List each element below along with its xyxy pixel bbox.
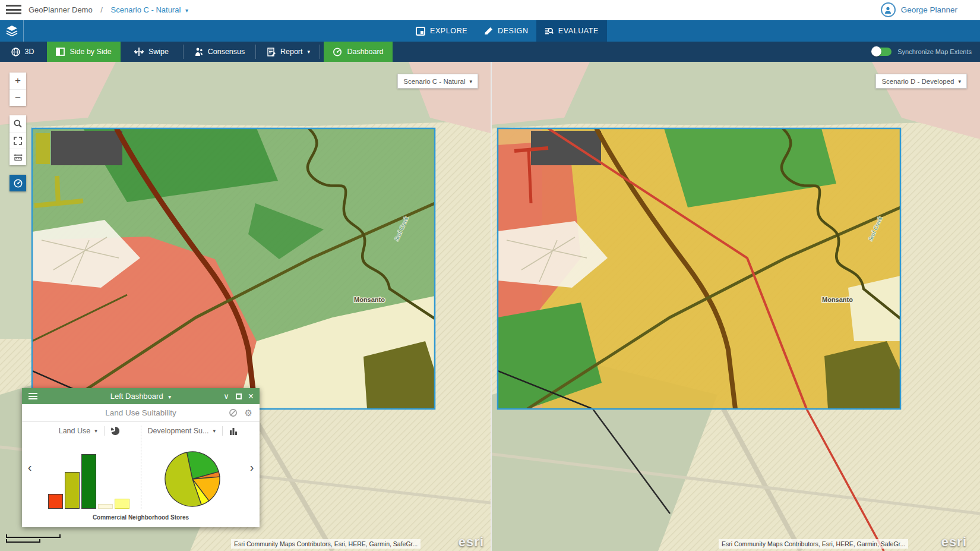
left-dashboard-panel: Left Dashboard ▾ ∨ × Land Use Suitabilit… [22, 388, 260, 527]
charts-row: ‹ Land Use ▾ De [22, 422, 260, 512]
tab-explore[interactable]: EXPLORE [407, 20, 476, 42]
charts-next-button[interactable]: › [244, 422, 260, 512]
tab-design-label: DESIGN [498, 27, 529, 35]
widget-title: Land Use Suitability [22, 408, 260, 417]
consensus-label: Consensus [208, 48, 245, 56]
right-map-pane[interactable]: Monsanto Seal Creek Scenario D - Develop… [492, 62, 980, 551]
toolbar-separator [183, 45, 184, 59]
gear-icon[interactable]: ⚙ [245, 408, 252, 417]
breadcrumb-app-name: GeoPlanner Demo [29, 5, 93, 14]
bar-segment [65, 472, 80, 509]
measure-button[interactable] [10, 149, 26, 165]
3d-button[interactable]: 3D [6, 42, 39, 62]
consensus-button[interactable]: Consensus [189, 42, 251, 62]
side-by-side-button[interactable]: Side by Side [47, 42, 121, 62]
development-suitability-pie-chart [163, 449, 222, 509]
user-avatar-icon [881, 2, 896, 17]
gauge-icon [333, 48, 342, 56]
bar-segment [115, 499, 129, 509]
collapse-icon[interactable]: ∨ [223, 392, 229, 400]
explore-icon [416, 27, 425, 36]
charts-divider [141, 426, 141, 509]
zoom-control: + − [10, 73, 26, 106]
esri-logo: esri [941, 534, 967, 550]
right-scenario-value: Scenario D - Developed [881, 78, 954, 85]
selector-caret-icon[interactable]: ▾ [94, 428, 97, 434]
expand-arrows-icon [14, 137, 22, 145]
toggle-knob [871, 46, 881, 56]
toolbar-separator [255, 45, 256, 59]
sync-extents-toggle[interactable] [872, 48, 892, 56]
close-icon[interactable]: × [248, 392, 254, 401]
report-label: Report [280, 48, 303, 56]
pencil-icon [483, 27, 493, 36]
map-tools [10, 115, 26, 165]
place-label: Monsanto [354, 296, 385, 303]
breadcrumb-scenario-link[interactable]: Scenario C - Natural [111, 5, 181, 14]
evaluate-icon [545, 26, 554, 36]
layers-button[interactable] [0, 20, 24, 42]
breadcrumb-separator: / [100, 5, 103, 14]
side-by-side-label: Side by Side [69, 48, 111, 56]
left-scenario-value: Scenario C - Natural [403, 78, 465, 85]
chart-type-selector[interactable]: Development Su... [148, 427, 209, 435]
land-use-chart-block: Land Use ▾ [37, 422, 141, 512]
tab-evaluate[interactable]: EVALUATE [536, 18, 607, 42]
bar-segment [81, 454, 96, 509]
dashboard-menu-icon[interactable] [29, 392, 37, 401]
left-map-attribution: Esri Community Maps Contributors, Esri, … [231, 539, 421, 549]
left-map-pane[interactable]: Monsanto Seal Creek Scenario C - Natural… [0, 62, 491, 551]
layers-icon [6, 26, 18, 36]
search-button[interactable] [10, 115, 26, 132]
selector-caret-icon: ▾ [469, 78, 472, 84]
selector-caret-icon: ▾ [958, 78, 961, 84]
user-menu[interactable]: George Planner [881, 2, 957, 17]
bar-segment [48, 494, 63, 509]
right-map-canvas[interactable]: Monsanto Seal Creek [492, 62, 980, 551]
breadcrumb-caret-icon[interactable]: ▾ [185, 7, 188, 14]
tab-evaluate-label: EVALUATE [558, 27, 599, 35]
pie-chart-icon[interactable] [111, 427, 119, 435]
breadcrumb: GeoPlanner Demo / Scenario C - Natural ▾ [29, 5, 188, 14]
dashboard-button[interactable]: Dashboard [324, 42, 393, 62]
left-dashboard-header[interactable]: Left Dashboard ▾ ∨ × [22, 388, 260, 404]
measure-icon [14, 153, 23, 161]
bar-chart-icon[interactable] [229, 427, 238, 435]
development-suitability-chart-block: Development Su... ▾ [141, 422, 245, 512]
dashboard-title-caret-icon: ▾ [168, 393, 171, 400]
report-button[interactable]: Report ▾ [260, 42, 317, 62]
primary-nav-bar: EXPLORE DESIGN EVALUATE [0, 20, 980, 42]
user-name: George Planner [901, 5, 957, 14]
maximize-icon[interactable] [236, 393, 242, 399]
hamburger-menu-icon[interactable] [6, 5, 21, 15]
gauge-icon [14, 179, 23, 188]
sync-extents-label: Synchronize Map Extents [897, 48, 972, 55]
search-icon [14, 119, 22, 128]
dashboard-tool-button[interactable] [10, 175, 26, 191]
zoom-out-button[interactable]: − [10, 89, 26, 106]
full-extent-button[interactable] [10, 132, 26, 149]
swipe-icon [134, 48, 144, 56]
consensus-icon [195, 48, 203, 56]
toolbar-separator [320, 45, 320, 59]
globe-icon [11, 48, 20, 56]
chart-type-selector[interactable]: Land Use [59, 427, 91, 435]
tab-explore-label: EXPLORE [430, 27, 467, 35]
evaluate-toolbar: 3D Side by Side Swipe Consensus [0, 42, 980, 62]
chart-caption: Commercial Neighborhood Stores [22, 512, 260, 527]
dashboard-label: Dashboard [347, 48, 383, 56]
place-label: Monsanto [822, 296, 853, 303]
selector-caret-icon[interactable]: ▾ [213, 428, 216, 434]
right-scenario-selector[interactable]: Scenario D - Developed ▾ [875, 74, 967, 89]
visibility-icon[interactable] [229, 408, 238, 417]
sync-extents-control: Synchronize Map Extents [872, 42, 972, 62]
tab-design[interactable]: DESIGN [475, 20, 537, 42]
right-map-attribution: Esri Community Maps Contributors, Esri, … [719, 539, 908, 549]
zoom-in-button[interactable]: + [10, 73, 26, 89]
charts-prev-button[interactable]: ‹ [22, 422, 37, 512]
side-by-side-icon [56, 48, 65, 56]
3d-button-label: 3D [25, 48, 34, 56]
left-scenario-selector[interactable]: Scenario C - Natural ▾ [397, 74, 478, 89]
swipe-button[interactable]: Swipe [123, 42, 180, 62]
bar-segment [98, 504, 113, 509]
